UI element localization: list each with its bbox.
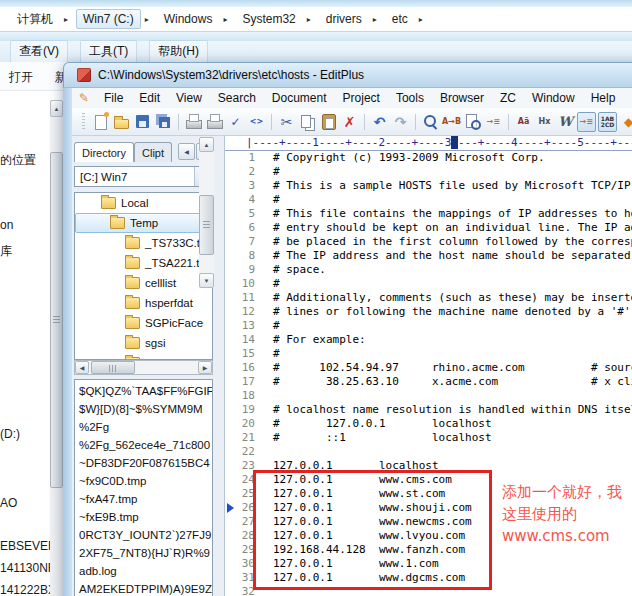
explorer-nav-item[interactable]: 141130NF [0,561,55,575]
explorer-nav-item[interactable]: 库 [0,243,12,260]
explorer-menu-item[interactable]: 帮助(H) [149,40,208,63]
tree-item[interactable]: VBE [75,353,212,360]
scroll-right-icon[interactable]: ▶ [198,361,212,374]
chevron-right-icon[interactable]: ▸ [415,15,427,24]
tab-cliptext[interactable]: Clipt [134,142,172,162]
tree-item[interactable]: Temp [75,213,212,233]
file-list[interactable]: $QK]QZ%`TAA$FF%FGIF$W}[D)(8]~$%SYMM9M%2F… [74,379,213,596]
breadcrumb-label[interactable]: System32 [235,9,302,29]
file-list-item[interactable]: AM2EKEDTPPIM)A)9E9Z [75,580,212,596]
file-list-item[interactable]: $QK]QZ%`TAA$FF%FGIF [75,382,212,400]
tree-item[interactable]: SGPicFace [75,313,212,333]
editplus-menu-item[interactable]: Edit [131,89,168,107]
find-icon[interactable] [421,112,440,132]
replace-icon[interactable]: A→B [442,112,461,132]
tree-horizontal-scrollbar[interactable]: ◀ ▶ [74,360,213,375]
cut-icon[interactable]: ✂ [277,112,296,132]
breadcrumb-label[interactable]: drivers [319,9,369,29]
clipped-tool-icon[interactable]: ◆ [619,112,632,132]
redo-icon[interactable]: ↷ [391,112,410,132]
delete-icon[interactable]: ✗ [340,112,359,132]
save-all-icon[interactable] [154,112,173,132]
editplus-title-bar[interactable]: C:\Windows\System32\drivers\etc\hosts - … [63,62,632,88]
directory-tree[interactable]: Local Temp _TS733C.t _TSA221.t c [74,192,213,360]
breadcrumb-label[interactable]: 计算机 [10,8,60,31]
html-tags-icon[interactable]: <> [247,112,266,132]
explorer-nav-item[interactable]: AO [0,496,17,510]
tree-item[interactable]: _TSA221.t [75,253,212,273]
explorer-menu-item[interactable]: 查看(V) [10,40,68,63]
goto-line-icon[interactable]: →≡ [484,112,503,132]
explorer-menu-item[interactable]: 工具(T) [80,40,137,63]
editplus-menu-item[interactable]: Document [264,89,335,107]
explorer-nav-item[interactable]: EBSEVER [0,539,57,553]
explorer-nav-item[interactable]: 141222BX [0,583,56,596]
scroll-up-icon[interactable]: ▲ [199,137,214,152]
file-list-item[interactable]: ~DF83DF20F087615BC4 [75,454,212,472]
explorer-nav-item[interactable]: (D:) [0,427,20,441]
scroll-up-icon[interactable]: ▲ [50,100,63,117]
tree-item[interactable]: _TS733C.t [75,233,212,253]
file-list-item[interactable]: 0RCT3Y_IOUNT2`)27FJ9 [75,526,212,544]
separator[interactable] [412,112,419,132]
breadcrumb-label[interactable]: Win7 (C:) [76,9,141,29]
file-list-item[interactable]: ~fxE9B.tmp [75,508,212,526]
tree-scrollbar-thumb[interactable] [199,195,214,255]
breadcrumb-label[interactable]: etc [385,9,415,29]
case-convert-icon[interactable]: Aā [514,112,533,132]
file-list-item[interactable]: %2Fg_562ece4e_71c800 [75,436,212,454]
save-icon[interactable] [133,112,152,132]
scroll-down-icon[interactable]: ▼ [199,273,214,288]
editplus-menu-item[interactable]: Browser [432,89,492,107]
tree-scrollbar[interactable]: ▲ ▼ [199,137,214,288]
explorer-nav-item[interactable]: 的位置 [0,152,36,169]
editplus-menu-item[interactable]: View [168,89,210,107]
breadcrumb-item[interactable]: drivers ▸ [317,7,383,31]
breadcrumb-item[interactable]: 计算机 ▸ [8,6,74,33]
file-list-item[interactable]: ~fxA47.tmp [75,490,212,508]
tree-item[interactable]: hsperfdat [75,293,212,313]
line-wrap-toggle-icon[interactable]: →≡ [577,112,596,132]
copy-icon[interactable] [298,112,317,132]
breadcrumb-label[interactable]: Windows [157,9,220,29]
print-icon[interactable] [205,112,224,132]
separator[interactable] [175,112,182,132]
tree-item[interactable]: Local [75,193,212,213]
file-list-item[interactable]: %2Fg [75,418,212,436]
chevron-right-icon[interactable]: ▸ [303,15,315,24]
open-folder-icon[interactable] [112,112,131,132]
breadcrumb-item[interactable]: System32 ▸ [233,7,316,31]
file-list-item[interactable]: $W}[D)(8]~$%SYMM9M [75,400,212,418]
word-count-icon[interactable]: W [556,112,575,132]
breadcrumb-item[interactable]: etc ▸ [383,7,429,31]
file-list-item[interactable]: 2XF75_7NT8){HJ`R)R%9 [75,544,212,562]
undo-icon[interactable]: ↶ [370,112,389,132]
file-list-item[interactable]: adb.log [75,562,212,580]
separator[interactable] [505,112,512,132]
editplus-menu-item[interactable]: Project [335,89,388,107]
print-preview-icon[interactable] [184,112,203,132]
tree-item[interactable]: celllist [75,273,212,293]
new-document-icon[interactable] [91,112,110,132]
chevron-right-icon[interactable]: ▸ [141,15,153,24]
editplus-menu-item[interactable]: ZC [492,89,524,107]
editplus-menu-item[interactable]: File [96,89,131,107]
separator[interactable] [361,112,368,132]
editplus-menu-item[interactable]: Window [524,89,583,107]
editor-area[interactable]: |----+----1----+----2----+----3----+----… [224,136,632,596]
explorer-nav-item[interactable]: on [0,218,13,232]
chevron-right-icon[interactable]: ▸ [369,15,381,24]
chevron-right-icon[interactable]: ▸ [219,15,231,24]
breadcrumb-item[interactable]: Win7 (C:) ▸ [74,7,155,31]
scroll-left-icon[interactable]: ◀ [75,361,89,374]
explorer-scrollbar[interactable]: ▲ [50,100,63,596]
breadcrumb-item[interactable]: Windows ▸ [155,7,234,31]
tree-item[interactable]: sgsi [75,333,212,353]
hex-viewer-icon[interactable]: Hx [535,112,554,132]
tab-scroll-left-icon[interactable]: ◀ [178,143,195,160]
editplus-menu-item[interactable]: Help [583,89,624,107]
tree-horizontal-scrollbar-thumb[interactable] [91,361,135,374]
spell-check-icon[interactable]: ✓ [226,112,245,132]
editplus-menu-item[interactable]: Search [210,89,264,107]
file-list-item[interactable]: ~fx9C0D.tmp [75,472,212,490]
